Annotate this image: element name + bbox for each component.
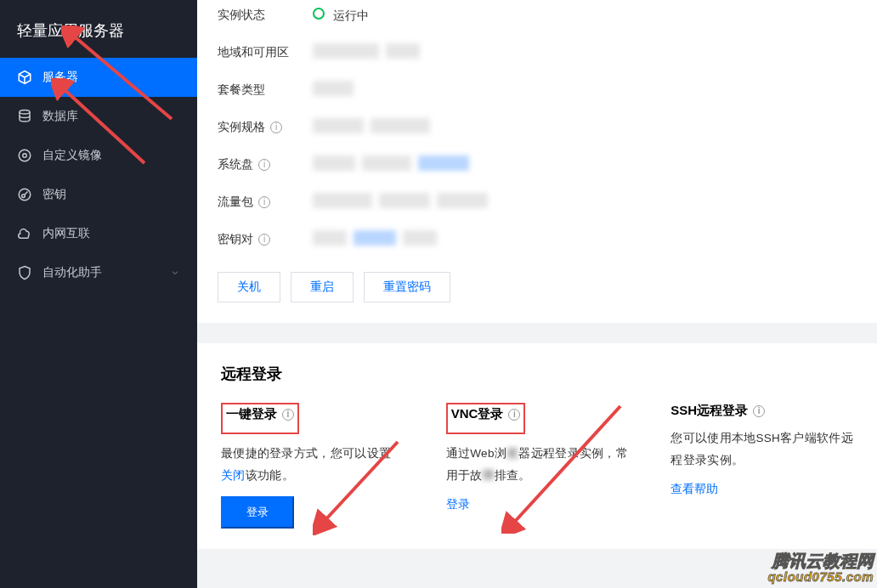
panel-heading: 远程登录	[221, 364, 853, 384]
sidebar-item-label: 密钥	[42, 187, 66, 202]
info-icon[interactable]: i	[508, 409, 520, 421]
info-icon[interactable]: i	[258, 234, 270, 246]
watermark: 腾讯云教程网 qcloud0755.com	[767, 552, 874, 585]
value-blurred	[313, 81, 857, 99]
reset-password-button[interactable]: 重置密码	[364, 272, 450, 302]
one-click-login-button[interactable]: 登录	[221, 496, 294, 529]
ssh-login-desc: 您可以使用本地SSH客户端软件远程登录实例。	[670, 427, 853, 471]
sidebar-item-automation[interactable]: 自动化助手	[0, 253, 197, 292]
instance-details-panel: 实例状态 运行中 地域和可用区 套餐类型 实例规格i 系统盘i 流量包i 密	[197, 0, 877, 323]
close-feature-link[interactable]: 关闭	[221, 469, 246, 482]
row-spec: 实例规格i	[197, 109, 877, 146]
sidebar-item-label: 内网互联	[42, 226, 90, 241]
sidebar-title: 轻量应用服务器	[0, 0, 197, 58]
info-icon[interactable]: i	[270, 122, 282, 133]
main-content: 实例状态 运行中 地域和可用区 套餐类型 实例规格i 系统盘i 流量包i 密	[197, 0, 877, 585]
highlight-box: VNC登录i	[446, 403, 526, 434]
highlight-box: 一键登录i	[221, 403, 299, 434]
info-icon[interactable]: i	[258, 196, 270, 208]
sidebar-item-servers[interactable]: 服务器	[0, 58, 197, 97]
one-click-login-title: 一键登录i	[226, 406, 294, 422]
svg-point-0	[20, 110, 30, 115]
key-icon	[17, 187, 32, 202]
sidebar-item-label: 数据库	[42, 109, 78, 124]
label: 密钥对i	[218, 232, 313, 247]
info-icon[interactable]: i	[282, 409, 294, 421]
row-keypair: 密钥对i	[197, 221, 877, 258]
value-blurred	[313, 155, 857, 174]
shutdown-button[interactable]: 关机	[218, 272, 280, 302]
label: 流量包i	[218, 195, 313, 210]
info-icon[interactable]: i	[258, 159, 270, 171]
row-package: 套餐类型	[197, 71, 877, 109]
row-instance-status: 实例状态 运行中	[197, 0, 877, 34]
one-click-login-section: 一键登录i 最便捷的登录方式，您可以设置 关闭该功能。 登录	[221, 403, 404, 529]
label: 实例规格i	[218, 120, 313, 135]
vnc-login-link[interactable]: 登录	[446, 497, 470, 511]
sidebar-item-keys[interactable]: 密钥	[0, 175, 197, 214]
ssh-login-title: SSH远程登录i	[670, 403, 765, 419]
value-blurred	[313, 118, 857, 137]
disc-icon	[17, 148, 32, 163]
database-icon	[17, 109, 32, 124]
svg-point-2	[23, 154, 27, 158]
row-traffic: 流量包i	[197, 184, 877, 221]
value: 运行中	[313, 8, 857, 24]
row-system-disk: 系统盘i	[197, 146, 877, 184]
info-icon[interactable]: i	[753, 405, 765, 417]
sidebar-item-label: 自动化助手	[42, 265, 102, 280]
svg-point-4	[22, 195, 25, 198]
label: 实例状态	[218, 8, 313, 23]
cube-icon	[17, 70, 32, 85]
action-button-row: 关机 重启 重置密码	[197, 258, 877, 302]
value-blurred	[313, 230, 857, 249]
one-click-login-desc: 最便捷的登录方式，您可以设置 关闭该功能。	[221, 443, 404, 486]
sidebar-item-custom-image[interactable]: 自定义镜像	[0, 136, 197, 175]
status-running-icon	[313, 8, 325, 20]
label: 地域和可用区	[218, 45, 313, 60]
sidebar-item-label: 服务器	[42, 70, 78, 85]
row-region: 地域和可用区	[197, 34, 877, 71]
sidebar-item-intranet[interactable]: 内网互联	[0, 214, 197, 253]
sidebar-item-database[interactable]: 数据库	[0, 97, 197, 136]
sidebar-item-label: 自定义镜像	[42, 148, 102, 163]
ssh-help-link[interactable]: 查看帮助	[670, 482, 718, 495]
svg-point-1	[19, 150, 31, 161]
vnc-login-section: VNC登录i 通过Web浏览器远程登录实例，常用于故障排查。 登录	[446, 403, 629, 529]
cloud-icon	[17, 226, 32, 241]
shield-icon	[17, 265, 32, 280]
vnc-login-title: VNC登录i	[451, 406, 521, 422]
value-blurred	[313, 193, 857, 212]
remote-login-panel: 远程登录 一键登录i 最便捷的登录方式，您可以设置 关闭该功能。 登录 VNC登…	[197, 343, 877, 549]
label: 系统盘i	[218, 157, 313, 172]
vnc-login-desc: 通过Web浏览器远程登录实例，常用于故障排查。	[446, 443, 629, 486]
label: 套餐类型	[218, 82, 313, 98]
sidebar: 轻量应用服务器 服务器 数据库 自定义镜像 密钥 内网互联 自动化助手	[0, 0, 197, 588]
value-blurred	[313, 43, 857, 62]
ssh-login-section: SSH远程登录i 您可以使用本地SSH客户端软件远程登录实例。 查看帮助	[670, 403, 853, 529]
chevron-down-icon	[170, 268, 180, 278]
restart-button[interactable]: 重启	[291, 272, 354, 302]
